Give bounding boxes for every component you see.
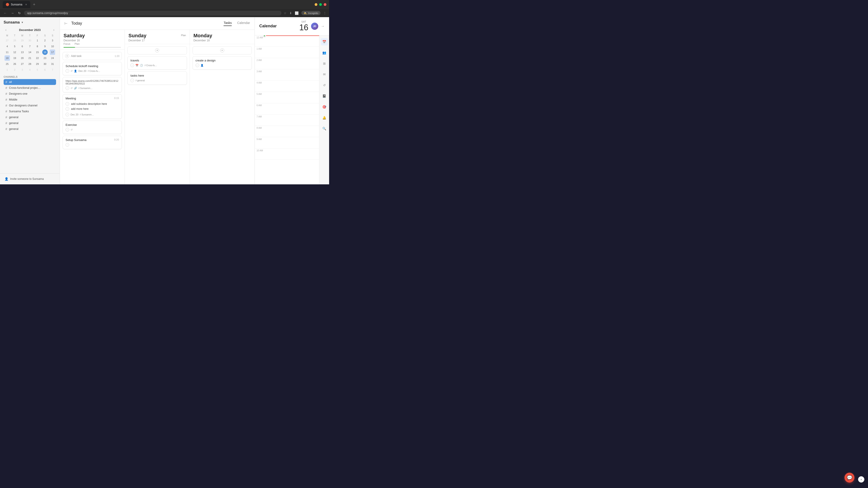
task-check-setup[interactable]: ✓ [66, 143, 69, 147]
cal-day-27b[interactable]: 27 [20, 61, 25, 67]
cal-day-31[interactable]: 31 [50, 61, 55, 67]
download-icon[interactable]: ⬇ [289, 11, 292, 15]
cal-day-13[interactable]: 13 [20, 50, 25, 55]
cal-day-n7[interactable]: 7 [50, 67, 55, 72]
add-task-row-monday[interactable]: + [193, 46, 252, 55]
cal-day-n4[interactable]: 4 [27, 67, 33, 72]
cal-day-n2[interactable]: 2 [12, 67, 18, 72]
subtask-check-1[interactable]: ✓ [66, 102, 69, 106]
channel-middle[interactable]: # Middle [4, 97, 56, 103]
cal-day-2[interactable]: 2 [42, 38, 48, 43]
cal-day-12[interactable]: 12 [12, 50, 18, 55]
new-tab-button[interactable]: + [32, 2, 37, 7]
cal-day-17[interactable]: 17 [50, 50, 55, 55]
mail-icon[interactable]: ✉ [321, 71, 328, 78]
bookmark-icon[interactable]: ☆ [284, 11, 287, 15]
minimize-button[interactable] [315, 3, 317, 6]
cal-day-6[interactable]: 6 [20, 43, 25, 49]
today-button[interactable]: Today [71, 21, 82, 26]
maximize-button[interactable] [319, 3, 322, 6]
tab-tasks[interactable]: Tasks [223, 21, 232, 26]
cal-day-29[interactable]: 29 [20, 38, 25, 43]
back-button[interactable]: ← [3, 11, 8, 15]
user-avatar[interactable]: JD [311, 23, 318, 30]
cal-day-21[interactable]: 21 [27, 55, 33, 61]
add-task-row-saturday[interactable]: + Add task 1:20 [63, 52, 122, 60]
close-button[interactable] [324, 3, 327, 6]
channel-designers[interactable]: # Our designers channel [4, 103, 56, 108]
task-check-url[interactable]: ✓ [66, 86, 69, 90]
cal-day-29b[interactable]: 29 [35, 61, 40, 67]
plan-btn-sunday[interactable]: Plan [181, 34, 186, 37]
cal-day-7[interactable]: 7 [27, 43, 33, 49]
extension-icon[interactable]: ⬜ [295, 11, 299, 15]
cal-day-5[interactable]: 5 [12, 43, 18, 49]
task-check-travels[interactable]: ✓ [130, 64, 134, 67]
cal-day-30b[interactable]: 30 [42, 61, 48, 67]
cal-prev-btn[interactable]: ‹ [4, 28, 8, 32]
calendar-view-icon[interactable]: 📅 [321, 38, 328, 45]
task-check-meeting[interactable]: ✓ [66, 113, 69, 116]
cal-day-n1[interactable]: 1 [4, 67, 10, 72]
people-icon[interactable]: 👥 [321, 49, 328, 56]
cal-day-26[interactable]: 26 [12, 61, 18, 67]
cal-day-10[interactable]: 10 [50, 43, 55, 49]
tab-calendar[interactable]: Calendar [237, 21, 250, 26]
cal-day-n5[interactable]: 5 [35, 67, 40, 72]
tab-close-btn[interactable]: ✕ [25, 3, 27, 6]
target-icon[interactable]: 🎯 [321, 103, 328, 110]
cal-day-19[interactable]: 19 [12, 55, 18, 61]
cal-day-8[interactable]: 8 [35, 43, 40, 49]
task-check-exercise[interactable]: ✓ [66, 128, 69, 131]
cal-day-n3[interactable]: 3 [20, 67, 25, 72]
invite-button[interactable]: 👤 Invite someone to Sunsama [4, 176, 56, 182]
search-icon[interactable]: 🔍 [321, 125, 328, 132]
cal-day-4[interactable]: 4 [4, 43, 10, 49]
cal-day-16-today[interactable]: 16 [42, 50, 48, 55]
task-check-tasks-here[interactable]: ✓ [130, 78, 134, 82]
collapse-sidebar-btn[interactable]: ⊢ [64, 21, 68, 26]
cal-day-1[interactable]: 1 [35, 38, 40, 43]
cal-day-24[interactable]: 24 [50, 55, 55, 61]
cal-day-28[interactable]: 28 [12, 38, 18, 43]
sync-icon[interactable]: ↺ [321, 82, 328, 89]
cal-day-27[interactable]: 27 [4, 38, 10, 43]
forward-button[interactable]: → [10, 11, 15, 15]
active-tab[interactable]: Sunsama ✕ [3, 1, 30, 8]
url-bar[interactable]: app.sunsama.com/group/moodjoy [24, 11, 281, 15]
focus-btn-saturday[interactable]: Focus [64, 42, 70, 45]
cal-day-15[interactable]: 15 [35, 50, 40, 55]
channel-crossfunctional[interactable]: # Cross-functional projec… [4, 85, 56, 91]
plan-btn-saturday[interactable]: Plan [74, 42, 80, 45]
cal-day-11[interactable]: 11 [4, 50, 10, 55]
task-check-kickoff[interactable]: ✓ [66, 69, 69, 73]
channel-general-3[interactable]: # general [4, 126, 56, 132]
refresh-button[interactable]: ↻ [17, 11, 22, 15]
channel-general-1[interactable]: # general [4, 114, 56, 120]
menu-button[interactable]: ⋮ [323, 11, 327, 15]
task-check-design[interactable]: ✓ [195, 64, 199, 67]
cal-day-23[interactable]: 23 [42, 55, 48, 61]
cal-next-btn[interactable]: › [52, 28, 56, 32]
cal-day-22[interactable]: 22 [35, 55, 40, 61]
cal-day-9[interactable]: 9 [42, 43, 48, 49]
cal-day-20[interactable]: 20 [20, 55, 25, 61]
channel-sunsama-tasks[interactable]: # Sunsama Tasks [4, 108, 56, 114]
cal-day-3[interactable]: 3 [50, 38, 55, 43]
cal-day-18[interactable]: 18 [4, 55, 10, 61]
channel-general-2[interactable]: # general [4, 120, 56, 126]
cal-day-n6[interactable]: 6 [42, 67, 48, 72]
cal-day-30[interactable]: 30 [27, 38, 33, 43]
channel-designers-one[interactable]: # Designers-one [4, 91, 56, 97]
channel-all[interactable]: # all [4, 79, 56, 85]
cal-day-14[interactable]: 14 [27, 50, 33, 55]
cal-day-25[interactable]: 25 [4, 61, 10, 67]
subtask-check-2[interactable]: ✓ [66, 107, 69, 111]
notes-icon[interactable]: 📓 [321, 92, 328, 100]
task-date-meeting: Dec 20 [70, 113, 79, 116]
cal-day-28b[interactable]: 28 [27, 61, 33, 67]
expand-panel-btn[interactable]: → [321, 24, 324, 28]
table-icon[interactable]: ⊞ [321, 60, 328, 67]
add-task-row-sunday[interactable]: + [127, 46, 187, 55]
notification-icon[interactable]: 🔔 [321, 114, 328, 121]
